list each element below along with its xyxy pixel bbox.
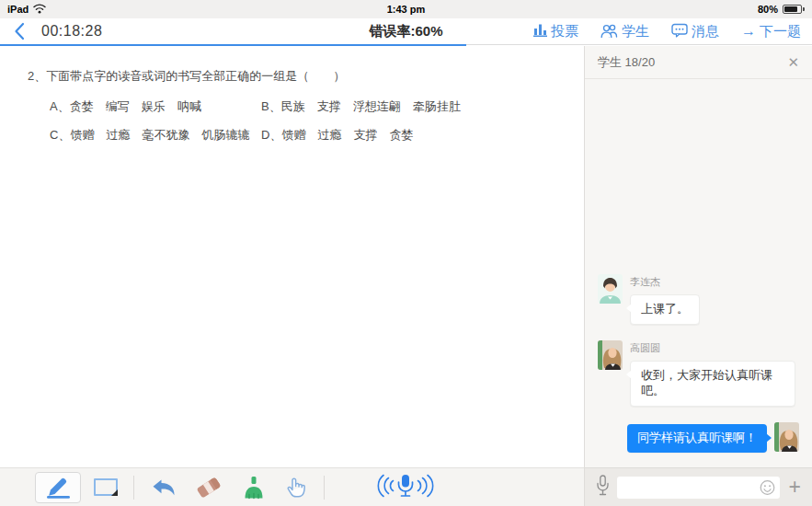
question-options: A、贪婪 编写 娱乐 呐喊 B、民族 支撑 浮想连翩 牵肠挂肚 C、馈赠 过瘾 … <box>50 98 584 144</box>
pen-icon <box>42 473 74 502</box>
vote-label: 投票 <box>551 23 578 40</box>
student-avatar <box>598 340 623 370</box>
chat-input-wrap <box>617 477 780 499</box>
error-rate-label: 错误率:60% <box>369 23 442 40</box>
bar-chart-icon <box>533 23 547 40</box>
status-right: 80% <box>758 4 805 15</box>
emoji-icon[interactable] <box>760 479 775 495</box>
next-question-label: 下一题 <box>760 23 801 40</box>
students-panel-header: 学生 18/20 ✕ <box>585 46 812 79</box>
content-row: 2、下面带点字的读音或词的书写全部正确的一组是（ ） A、贪婪 编写 娱乐 呐喊… <box>0 46 812 506</box>
hand-tool-button[interactable] <box>284 475 308 500</box>
status-left: iPad <box>7 4 46 16</box>
option-a: A、贪婪 编写 娱乐 呐喊 <box>50 98 261 115</box>
chat-input-bar: + <box>585 467 812 506</box>
vote-button[interactable]: 投票 <box>533 23 578 40</box>
undo-arrow-icon <box>152 478 177 497</box>
eraser-icon <box>194 475 223 500</box>
question-stem: 2、下面带点字的读音或词的书写全部正确的一组是（ ） <box>28 68 584 85</box>
device-label: iPad <box>7 4 29 15</box>
broadcast-mic-button[interactable] <box>370 473 441 501</box>
students-label: 学生 <box>622 23 649 40</box>
pen-tool-button[interactable] <box>35 472 81 503</box>
chat-message-list: 李连杰 上课了。 高圆圆 收到，大家开始认真听课吧。 同学样 <box>585 79 812 467</box>
option-c: C、馈赠 过瘾 毫不犹豫 饥肠辘辘 <box>50 127 261 144</box>
chat-message-outgoing: 同学样请认真听课啊！ <box>598 422 799 453</box>
chat-message-body: 李连杰 上课了。 <box>630 274 700 325</box>
battery-nub <box>803 7 805 11</box>
undo-button[interactable] <box>152 478 177 497</box>
close-icon[interactable]: ✕ <box>787 55 799 69</box>
battery-percent: 80% <box>758 4 778 15</box>
next-question-button[interactable]: → 下一题 <box>741 23 801 40</box>
chat-sender-name: 李连杰 <box>630 275 700 289</box>
status-time: 1:43 pm <box>387 4 426 15</box>
eraser-button[interactable] <box>194 475 223 500</box>
chat-input[interactable] <box>617 477 780 499</box>
option-b: B、民族 支撑 浮想连翩 牵肠挂肚 <box>261 98 584 115</box>
lesson-timer: 00:18:28 <box>41 23 102 40</box>
plus-icon[interactable]: + <box>787 477 803 498</box>
submenu-corner <box>111 489 118 496</box>
toolbar-divider <box>133 476 134 500</box>
chat-message: 李连杰 上课了。 <box>598 274 799 325</box>
chat-bubble: 上课了。 <box>630 294 700 325</box>
shape-tool-button[interactable] <box>94 478 118 496</box>
microphone-waves-icon <box>370 473 441 498</box>
classroom-app-screen: iPad 1:43 pm 80% 00:18:28 错误率:60% 投票 <box>0 0 812 506</box>
students-panel-title: 学生 18/20 <box>598 54 655 71</box>
header-nav: 投票 学生 消息 → 下一题 <box>533 23 801 40</box>
wifi-icon <box>33 4 46 16</box>
chat-message: 高圆圆 收到，大家开始认真听课吧。 <box>598 340 799 407</box>
students-button[interactable]: 学生 <box>600 23 649 40</box>
back-button[interactable] <box>13 22 25 40</box>
battery-icon <box>783 5 802 14</box>
students-panel: 学生 18/20 ✕ 李连杰 上课了。 <box>584 46 812 506</box>
chat-bubble-icon <box>671 23 688 40</box>
chat-bubble: 收到，大家开始认真听课吧。 <box>630 361 795 407</box>
drawing-toolbar <box>0 467 584 506</box>
teacher-avatar <box>774 422 799 452</box>
chat-sender-name: 高圆圆 <box>630 341 795 355</box>
arrow-right-icon: → <box>741 24 756 39</box>
pointer-hand-icon <box>284 475 308 500</box>
toolbar-divider <box>324 476 325 500</box>
broom-icon <box>241 476 267 500</box>
whiteboard-area: 2、下面带点字的读音或词的书写全部正确的一组是（ ） A、贪婪 编写 娱乐 呐喊… <box>0 46 584 506</box>
question-block: 2、下面带点字的读音或词的书写全部正确的一组是（ ） A、贪婪 编写 娱乐 呐喊… <box>0 46 584 144</box>
chat-message-body: 高圆圆 收到，大家开始认真听课吧。 <box>630 340 795 407</box>
students-icon <box>600 23 618 40</box>
student-avatar <box>598 274 623 304</box>
voice-mic-icon[interactable] <box>596 475 610 500</box>
messages-label: 消息 <box>692 23 719 40</box>
chat-bubble-sent: 同学样请认真听课啊！ <box>627 424 767 453</box>
clear-broom-button[interactable] <box>241 476 267 500</box>
status-bar: iPad 1:43 pm 80% <box>0 0 812 18</box>
messages-button[interactable]: 消息 <box>671 23 719 40</box>
option-d: D、馈赠 过瘾 支撑 贪婪 <box>261 127 584 144</box>
app-header: 00:18:28 错误率:60% 投票 学生 消息 <box>0 18 812 44</box>
